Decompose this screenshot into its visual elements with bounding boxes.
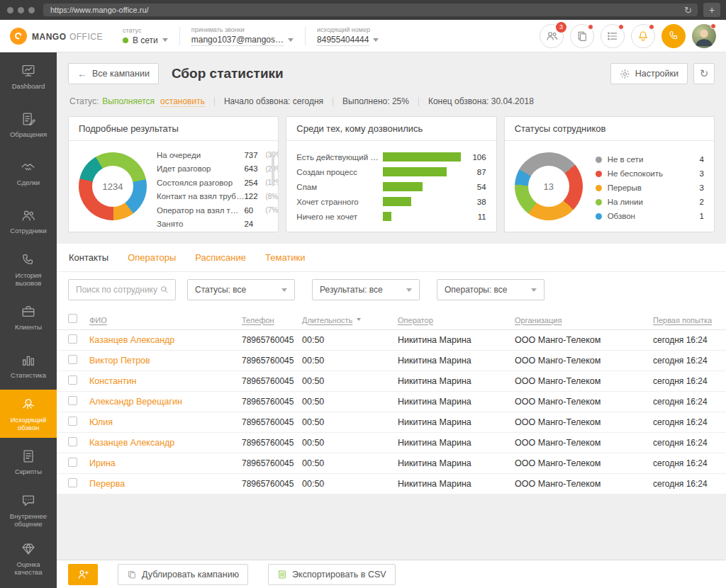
table-row[interactable]: Виктор Петров 78965760045 00:50 Никитина… — [57, 351, 726, 371]
sidebar-item-employees[interactable]: Сотрудники — [0, 197, 57, 245]
row-checkbox[interactable] — [68, 478, 77, 487]
queue-list-button[interactable] — [601, 24, 625, 48]
user-avatar[interactable] — [692, 24, 716, 48]
row-checkbox[interactable] — [68, 334, 77, 344]
tab-operators[interactable]: Операторы — [128, 252, 176, 263]
contact-name-link[interactable]: Перерва — [89, 479, 242, 489]
result-value: 60 — [244, 206, 265, 215]
row-checkbox[interactable] — [68, 355, 77, 364]
header-icon-cluster: 3 — [540, 24, 716, 48]
result-label: Состоялся разговор — [157, 179, 244, 187]
tab-topics[interactable]: Тематики — [265, 252, 306, 263]
reload-icon[interactable]: ↻ — [684, 6, 692, 15]
row-checkbox[interactable] — [68, 458, 77, 467]
sidebar-item-label: Исходящий обзвон — [0, 416, 57, 431]
sidebar-item-outbound-calls[interactable]: Исходящий обзвон — [0, 390, 57, 438]
footer-bar: Дублировать кампанию Экспортировать в CS… — [57, 560, 726, 588]
result-value: 122 — [244, 192, 265, 200]
export-csv-button[interactable]: Экспортировать в CSV — [268, 564, 396, 585]
contacts-button[interactable]: 3 — [540, 24, 564, 48]
table-header: ФИО Телефон Длительность Оператор Органи… — [57, 309, 726, 330]
column-header-organization[interactable]: Организация — [515, 316, 562, 324]
campaign-start-info: Начало обзвона: сегодня — [224, 96, 323, 106]
operators-filter-dropdown[interactable]: Операторы: все — [437, 279, 544, 300]
call-button[interactable] — [661, 24, 686, 48]
table-row[interactable]: Константин 78965760045 00:50 Никитина Ма… — [57, 371, 726, 392]
result-pct: (8%) — [265, 193, 278, 200]
window-controls[interactable] — [7, 7, 35, 13]
divider — [179, 27, 180, 45]
contact-name-link[interactable]: Юлия — [89, 417, 242, 427]
search-input[interactable] — [76, 285, 160, 295]
outgoing-number-value: 84955404444 — [317, 35, 369, 46]
results-filter-dropdown[interactable]: Результаты: все — [312, 279, 420, 300]
legend-dot — [596, 157, 602, 163]
contact-name-link[interactable]: Виктор Петров — [89, 356, 242, 366]
sidebar-item-deals[interactable]: Сделки — [0, 149, 57, 197]
row-checkbox[interactable] — [68, 375, 77, 385]
notifications-button[interactable] — [631, 24, 655, 48]
contact-name-link[interactable]: Александр Верещагин — [89, 397, 242, 407]
add-contacts-button[interactable] — [68, 564, 98, 585]
table-row[interactable]: Ирина 78965760045 00:50 Никитина Марина … — [57, 453, 726, 474]
stop-campaign-link[interactable]: остановить — [160, 96, 205, 107]
contact-name-link[interactable]: Казанцев Александр — [89, 438, 242, 448]
campaign-status-value: Выполняется — [102, 96, 155, 106]
user-status-dropdown[interactable]: статус В сети — [123, 27, 168, 45]
refresh-button[interactable]: ↻ — [693, 63, 715, 84]
notification-badge: 3 — [556, 22, 566, 33]
contact-name-link[interactable]: Казанцев Александр — [89, 335, 242, 345]
new-tab-button[interactable]: + — [703, 3, 720, 17]
column-header-phone[interactable]: Телефон — [242, 316, 274, 324]
column-header-duration[interactable]: Длительность — [302, 316, 352, 324]
tab-schedule[interactable]: Расписание — [195, 252, 246, 263]
table-row[interactable]: Казанцев Александр 78965760045 00:50 Ник… — [57, 433, 726, 453]
bar-fill — [383, 197, 411, 206]
row-checkbox[interactable] — [68, 417, 77, 426]
copy-pages-button[interactable] — [570, 24, 594, 48]
mango-office-logo[interactable]: MANGO OFFICE — [10, 28, 103, 45]
tab-contacts[interactable]: Контакты — [69, 252, 108, 263]
bar-fill — [383, 167, 447, 176]
sidebar-item-requests[interactable]: Обращения — [0, 101, 57, 149]
table-row[interactable]: Перерва 78965760045 00:50 Никитина Марин… — [57, 474, 726, 494]
contact-name-link[interactable]: Ирина — [89, 458, 242, 468]
window-maximize-icon[interactable] — [28, 7, 35, 13]
settings-button[interactable]: Настройки — [610, 63, 688, 84]
sidebar-item-statistics[interactable]: Статистика — [0, 341, 57, 390]
row-checkbox[interactable] — [68, 437, 77, 446]
sidebar-item-internal-chat[interactable]: Внутреннее общение — [0, 486, 57, 534]
window-close-icon[interactable] — [7, 7, 13, 13]
sidebar-item-scripts[interactable]: Скрипты — [0, 438, 57, 486]
row-checkbox[interactable] — [68, 396, 77, 405]
contact-name-link[interactable]: Константин — [89, 376, 242, 386]
select-all-checkbox[interactable] — [68, 314, 77, 323]
table-row[interactable]: Казанцев Александр 78965760045 00:50 Ник… — [57, 330, 726, 351]
outgoing-number-dropdown[interactable]: исходящий номер 84955404444 — [317, 26, 379, 46]
sidebar-item-call-history[interactable]: История вызовов — [0, 245, 57, 293]
back-to-campaigns-button[interactable]: ← Все кампании — [68, 63, 159, 84]
url-bar[interactable]: https://www.mango-office.ru/ ↻ — [43, 4, 698, 16]
notification-dot — [618, 24, 624, 30]
bar-label: Есть действующий … — [296, 153, 379, 162]
sidebar-item-clients[interactable]: Клиенты — [0, 293, 57, 341]
column-header-operator[interactable]: Оператор — [398, 316, 433, 324]
sidebar-item-dashboard[interactable]: Dashboard — [0, 52, 57, 101]
legend-scrollbar[interactable] — [272, 154, 274, 186]
table-row[interactable]: Юлия 78965760045 00:50 Никитина Марина О… — [57, 412, 726, 433]
chevron-down-icon — [531, 288, 537, 292]
accept-calls-dropdown[interactable]: принимать звонки mango1037@mangos… — [191, 26, 294, 46]
table-row[interactable]: Александр Верещагин 78965760045 00:50 Ни… — [57, 392, 726, 412]
sidebar-item-quality[interactable]: Оценка качества — [0, 534, 57, 582]
search-box[interactable] — [68, 279, 176, 300]
result-legend-row: Состоялся разговор 254 (12%) — [157, 176, 278, 190]
column-header-fio[interactable]: ФИО — [89, 316, 107, 324]
bar-value: 54 — [468, 183, 486, 191]
column-header-first-attempt[interactable]: Первая попытка — [653, 316, 712, 324]
window-minimize-icon[interactable] — [18, 7, 24, 13]
statuses-filter-dropdown[interactable]: Статусы: все — [187, 279, 295, 300]
bar-fill — [383, 182, 423, 191]
duplicate-campaign-button[interactable]: Дублировать кампанию — [118, 564, 248, 585]
document-icon — [21, 448, 36, 464]
sidebar-item-label: Оценка качества — [0, 560, 57, 576]
